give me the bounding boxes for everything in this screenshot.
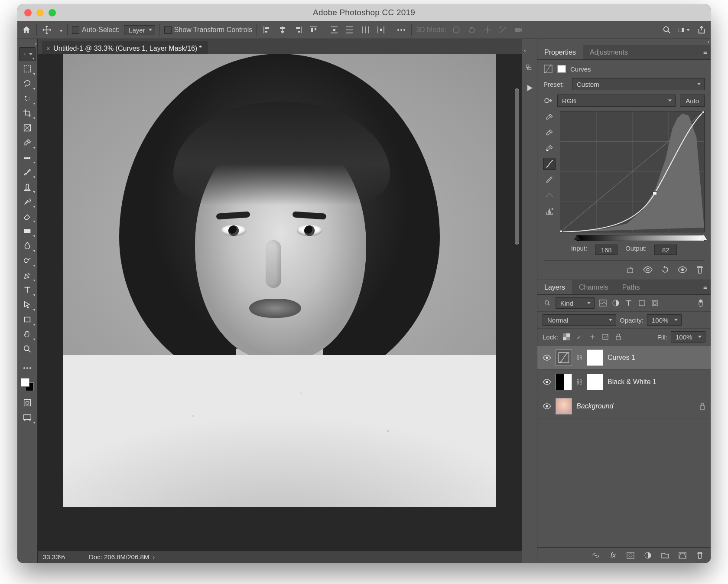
filter-toggle-icon[interactable] bbox=[696, 298, 705, 308]
fill-field[interactable]: 100% bbox=[671, 331, 705, 343]
layer-name[interactable]: Background bbox=[576, 402, 613, 410]
filter-pixel-icon[interactable] bbox=[598, 298, 608, 308]
move-tool[interactable] bbox=[19, 47, 36, 61]
view-previous-state-icon[interactable] bbox=[643, 265, 653, 274]
lock-artboard-icon[interactable] bbox=[601, 332, 610, 342]
layer-row-background[interactable]: Background bbox=[537, 394, 711, 418]
filter-kind-dropdown[interactable]: Kind bbox=[556, 297, 595, 309]
path-selection-tool[interactable] bbox=[19, 298, 36, 312]
output-value-field[interactable]: 82 bbox=[654, 245, 677, 255]
marquee-tool[interactable] bbox=[19, 62, 36, 76]
properties-tab[interactable]: Properties bbox=[537, 45, 583, 59]
layer-name[interactable]: Black & White 1 bbox=[608, 378, 656, 386]
auto-button[interactable]: Auto bbox=[680, 95, 705, 107]
delete-adjustment-icon[interactable] bbox=[695, 265, 705, 274]
more-options-icon[interactable] bbox=[396, 24, 407, 36]
show-transform-checkbox[interactable]: Show Transform Controls bbox=[164, 26, 253, 34]
new-layer-icon[interactable] bbox=[678, 551, 687, 560]
sample-black-icon[interactable] bbox=[543, 111, 556, 123]
actions-panel-icon[interactable] bbox=[524, 82, 535, 94]
layer-thumb[interactable] bbox=[556, 398, 572, 414]
targeted-adjustment-icon[interactable] bbox=[543, 96, 553, 105]
workspace-switcher-icon[interactable] bbox=[679, 24, 690, 36]
brush-tool[interactable] bbox=[19, 165, 36, 179]
pen-tool[interactable] bbox=[19, 268, 36, 282]
align-top-edges-icon[interactable] bbox=[308, 24, 319, 36]
mask-link-icon[interactable]: ⛓ bbox=[576, 354, 582, 361]
lasso-tool[interactable] bbox=[19, 77, 36, 91]
expand-panels-icon[interactable]: ‹‹ bbox=[524, 48, 524, 54]
visibility-toggle[interactable] bbox=[543, 379, 551, 385]
hand-tool[interactable] bbox=[19, 327, 36, 341]
lock-transparency-icon[interactable] bbox=[562, 332, 571, 342]
lock-all-icon[interactable] bbox=[614, 332, 623, 342]
delete-layer-icon[interactable] bbox=[695, 551, 705, 560]
align-left-edges-icon[interactable] bbox=[261, 24, 273, 36]
distribute-right-icon[interactable] bbox=[375, 24, 387, 36]
canvas-viewport[interactable] bbox=[38, 54, 522, 551]
mask-thumb[interactable] bbox=[587, 374, 603, 390]
layer-row-curves[interactable]: ⛓ Curves 1 bbox=[537, 346, 711, 370]
curves-input-gradient[interactable] bbox=[576, 235, 705, 241]
quick-mask-icon[interactable] bbox=[19, 396, 36, 410]
layer-style-icon[interactable]: fx bbox=[608, 551, 618, 560]
toggle-visibility-icon[interactable] bbox=[678, 265, 687, 274]
visibility-toggle[interactable] bbox=[543, 355, 551, 361]
new-adjustment-layer-icon[interactable] bbox=[643, 551, 653, 560]
visibility-toggle[interactable] bbox=[543, 403, 551, 409]
close-tab-icon[interactable]: × bbox=[46, 45, 50, 52]
history-brush-tool[interactable] bbox=[19, 195, 36, 209]
locked-icon[interactable] bbox=[699, 403, 705, 410]
history-panel-icon[interactable] bbox=[524, 62, 535, 74]
eyedropper-tool[interactable] bbox=[19, 136, 36, 150]
auto-select-mode-dropdown[interactable]: Layer bbox=[124, 25, 155, 35]
layer-row-bw[interactable]: ⛓ Black & White 1 bbox=[537, 370, 711, 394]
healing-brush-tool[interactable] bbox=[19, 150, 36, 164]
screen-mode-icon[interactable] bbox=[19, 411, 36, 424]
color-swatches[interactable] bbox=[21, 378, 34, 391]
distribute-top-icon[interactable] bbox=[328, 24, 340, 36]
collapse-panels-icon[interactable]: ›› bbox=[708, 39, 708, 45]
histogram-options-icon[interactable] bbox=[543, 205, 556, 217]
mask-link-icon[interactable]: ⛓ bbox=[576, 378, 582, 385]
lock-position-icon[interactable] bbox=[588, 332, 597, 342]
gradient-tool[interactable] bbox=[19, 224, 36, 238]
align-right-edges-icon[interactable] bbox=[292, 24, 304, 36]
panel-menu-icon[interactable]: ≡ bbox=[703, 284, 707, 291]
layer-name[interactable]: Curves 1 bbox=[608, 354, 635, 362]
document-info[interactable]: Doc: 206.8M/206.8M bbox=[89, 553, 149, 561]
mask-thumb[interactable] bbox=[587, 349, 603, 366]
clip-to-layer-icon[interactable] bbox=[626, 265, 635, 274]
opacity-field[interactable]: 100% bbox=[647, 314, 682, 326]
clone-stamp-tool[interactable] bbox=[19, 180, 36, 194]
share-icon[interactable] bbox=[696, 24, 707, 36]
link-layers-icon[interactable] bbox=[591, 551, 601, 560]
blur-tool[interactable] bbox=[19, 239, 36, 253]
sample-gray-icon[interactable] bbox=[543, 127, 556, 139]
align-horizontal-centers-icon[interactable] bbox=[277, 24, 288, 36]
move-tool-preset-icon[interactable] bbox=[41, 24, 52, 36]
channels-tab[interactable]: Channels bbox=[572, 280, 615, 294]
search-icon[interactable] bbox=[661, 24, 673, 36]
distribute-horizontal-icon[interactable] bbox=[360, 24, 371, 36]
new-group-icon[interactable] bbox=[660, 551, 670, 560]
filter-search-icon[interactable] bbox=[543, 298, 552, 308]
auto-select-checkbox[interactable]: Auto-Select: bbox=[72, 26, 120, 34]
filter-smartobject-icon[interactable] bbox=[650, 298, 660, 308]
smooth-curve-icon[interactable] bbox=[543, 189, 556, 201]
panel-menu-icon[interactable]: ≡ bbox=[703, 49, 707, 56]
edit-toolbar-icon[interactable] bbox=[19, 361, 36, 375]
zoom-tool[interactable] bbox=[19, 342, 36, 356]
curve-point-tool-icon[interactable] bbox=[543, 158, 556, 170]
blend-mode-dropdown[interactable]: Normal bbox=[543, 314, 616, 326]
adjustment-thumb[interactable] bbox=[556, 349, 572, 366]
canvas[interactable] bbox=[63, 54, 496, 507]
crop-tool[interactable] bbox=[19, 106, 36, 120]
curve-pencil-tool-icon[interactable] bbox=[543, 173, 556, 186]
input-value-field[interactable]: 168 bbox=[595, 245, 618, 255]
distribute-vertical-icon[interactable] bbox=[344, 24, 355, 36]
curves-graph[interactable] bbox=[560, 111, 705, 232]
layer-mask-thumb-icon[interactable] bbox=[557, 65, 566, 73]
adjustment-thumb[interactable] bbox=[556, 374, 572, 390]
lock-pixels-icon[interactable] bbox=[575, 332, 584, 342]
